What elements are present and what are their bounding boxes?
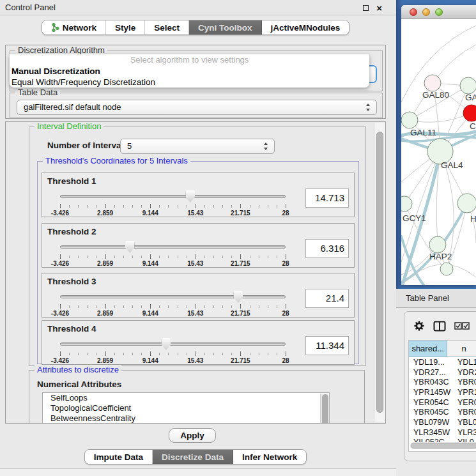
network-node[interactable] <box>457 194 476 213</box>
apply-button[interactable]: Apply <box>169 428 216 443</box>
minimize-window-icon[interactable] <box>422 8 430 16</box>
network-window[interactable]: GAL80GACGAL11GAL4GCY1HHAP2 <box>401 5 476 285</box>
table-cell: YDL19... <box>409 358 454 367</box>
table-scrollbar-thumb[interactable] <box>411 443 476 449</box>
zoom-window-icon[interactable] <box>435 8 443 16</box>
node-label: GAL11 <box>410 128 436 137</box>
threshold-1-value[interactable]: 14.713 <box>305 188 349 208</box>
network-node[interactable] <box>429 236 446 253</box>
threshold-label: Threshold 3 <box>47 277 96 286</box>
slider-scale: -3.4262.8599.14415.4321.71528 <box>60 357 286 365</box>
close-panel-icon[interactable]: × <box>376 3 382 13</box>
table-cell: YDL1 <box>454 358 476 367</box>
table-cell: YER054C <box>409 398 454 407</box>
group-title: Attributes to discretize <box>35 365 121 374</box>
tick-mark <box>78 205 79 208</box>
select-columns-checkbox-icon[interactable] <box>454 322 470 330</box>
tab-impute-data[interactable]: Impute Data <box>85 450 153 464</box>
table-row[interactable]: YER054CYER0 <box>409 397 476 408</box>
table-row[interactable]: YPR145WYPR1 <box>409 387 476 397</box>
tick-mark <box>96 353 96 355</box>
list-scrollbar-thumb[interactable] <box>322 394 328 424</box>
table-panel-title: Table Panel <box>406 293 449 303</box>
dropdown-option-equal-width-frequency[interactable]: Equal Width/Frequency Discretization <box>10 77 369 88</box>
tab-discretize-data[interactable]: Discretize Data <box>153 450 233 464</box>
threshold-3-value[interactable]: 21.4 <box>305 289 349 308</box>
table-data-combobox[interactable]: galFiltered.sif default node <box>17 100 377 115</box>
numerical-attributes-list[interactable]: SelfLoopsTopologicalCoefficientBetweenne… <box>42 392 330 424</box>
table-row[interactable]: YBR043CYBR0 <box>409 377 476 387</box>
threshold-2-value[interactable]: 6.316 <box>305 239 349 258</box>
tick-mark <box>268 256 268 258</box>
tick-mark <box>87 205 88 208</box>
tab-style[interactable]: Style <box>106 20 145 35</box>
slider-track <box>60 342 286 346</box>
list-scrollbar[interactable] <box>320 394 328 424</box>
tab-network[interactable]: Network <box>42 20 106 35</box>
gear-icon[interactable] <box>413 320 425 332</box>
tick-mark <box>123 353 124 355</box>
tick-mark <box>187 353 187 355</box>
slider-thumb[interactable] <box>125 241 135 253</box>
network-node[interactable] <box>460 77 476 94</box>
columns-icon[interactable] <box>433 321 446 332</box>
network-node[interactable] <box>401 196 412 211</box>
tab-label: Infer Network <box>242 452 297 462</box>
threshold-4-value[interactable]: 11.344 <box>305 336 349 355</box>
threshold-3-slider[interactable]: -3.4262.8599.14415.4321.71528 <box>60 290 286 316</box>
tab-infer-network[interactable]: Infer Network <box>233 450 306 464</box>
float-window-icon[interactable] <box>363 5 369 11</box>
table-row[interactable]: YBL079WYBL0 <box>409 417 476 427</box>
tick-mark <box>123 305 124 308</box>
column-header-shared-name[interactable]: shared... <box>409 341 447 357</box>
network-node[interactable] <box>463 105 476 121</box>
table-horizontal-scrollbar[interactable] <box>410 442 476 449</box>
threshold-1-slider[interactable]: -3.4262.8599.14415.4321.71528 <box>60 190 286 215</box>
tab-select[interactable]: Select <box>145 20 189 35</box>
column-header-name[interactable]: n <box>447 341 476 357</box>
node-label: GA <box>465 93 476 102</box>
network-canvas[interactable]: GAL80GACGAL11GAL4GCY1HHAP2 <box>401 19 476 285</box>
threshold-label: Threshold 1 <box>47 176 96 186</box>
close-window-icon[interactable] <box>410 8 417 16</box>
tick-mark <box>159 205 160 208</box>
tick-mark <box>231 205 232 208</box>
scale-label: -3.426 <box>51 260 69 267</box>
combo-value: 5 <box>127 141 132 151</box>
table-row[interactable]: YDL19...YDL1 <box>409 357 476 367</box>
threshold-2-slider[interactable]: -3.4262.8599.14415.4321.71528 <box>60 240 286 266</box>
node-label: GAL80 <box>422 90 449 100</box>
attribute-item[interactable]: SelfLoops <box>43 393 329 403</box>
network-node[interactable] <box>424 75 441 91</box>
panel-scrollbar-thumb[interactable] <box>376 132 383 413</box>
network-node[interactable] <box>401 112 418 128</box>
tick-mark <box>231 353 232 355</box>
network-node[interactable] <box>440 263 453 275</box>
scale-label: 21.715 <box>231 357 250 364</box>
number-of-intervals-combobox[interactable]: 5 <box>120 139 275 154</box>
scale-label: 21.715 <box>231 260 250 267</box>
dropdown-option-manual-discretization[interactable]: Manual Discretization <box>10 66 369 77</box>
slider-scale: -3.4262.8599.14415.4321.71528 <box>60 210 286 217</box>
table-row[interactable]: YLR345WYLR3 <box>409 427 476 438</box>
table-row[interactable]: YBR045CYBR0 <box>409 407 476 417</box>
tick-mark <box>222 205 223 208</box>
threshold-4-slider[interactable]: -3.4262.8599.14415.4321.71528 <box>60 337 286 363</box>
attribute-item[interactable]: BetweennessCentrality <box>43 413 329 424</box>
slider-thumb[interactable] <box>233 291 243 303</box>
attribute-item[interactable]: TopologicalCoefficient <box>43 403 329 413</box>
tab-cyni-toolbox[interactable]: Cyni Toolbox <box>189 20 262 35</box>
tick-mark <box>213 205 214 208</box>
tab-jactivemnodules[interactable]: jActiveMNodules <box>262 20 349 35</box>
tick-mark <box>60 351 61 356</box>
tick-mark <box>69 256 70 258</box>
tick-mark <box>78 305 79 308</box>
tick-mark <box>259 205 259 208</box>
tick-mark <box>250 205 250 208</box>
tick-mark <box>87 353 88 355</box>
panel-scrollbar[interactable] <box>374 123 385 422</box>
slider-thumb[interactable] <box>185 190 195 203</box>
slider-thumb[interactable] <box>161 338 171 350</box>
slider-ticks <box>60 351 286 357</box>
table-row[interactable]: YDR27...YDR2 <box>409 367 476 378</box>
